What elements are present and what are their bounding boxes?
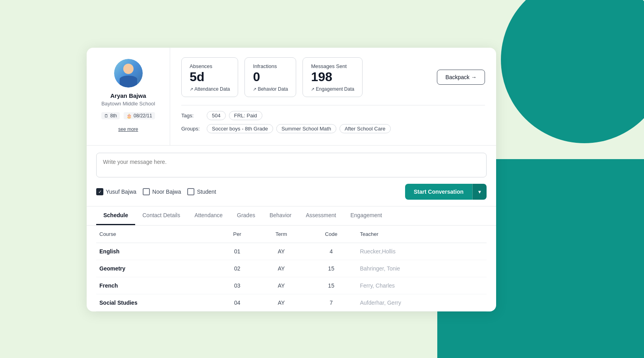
start-conversation-button[interactable]: Start Conversation (405, 184, 472, 200)
tab-schedule[interactable]: Schedule (96, 206, 135, 225)
col-header-teacher: Teacher (357, 226, 487, 243)
tags-groups-section: Tags: 504 FRL: Paid Groups: Soccer boys … (181, 105, 485, 133)
absences-arrow-icon: ↗ (190, 87, 193, 92)
recipient-noor[interactable]: Noor Bajwa (143, 188, 181, 195)
infractions-link[interactable]: ↗ Behavior Data (253, 86, 288, 92)
infractions-card: Infractions 0 ↗ Behavior Data (244, 57, 296, 97)
dob-value: 08/22/11 (134, 113, 152, 119)
backpack-button[interactable]: Backpack → (437, 70, 485, 85)
absences-label: Absences (190, 63, 230, 69)
table-header: Course Per Term Code Teacher (96, 226, 487, 243)
teacher-french: Ferry, Charles (357, 277, 487, 294)
term-french: AY (257, 277, 306, 294)
tab-assessment[interactable]: Assessment (299, 206, 343, 225)
school-name: Baytown Middle School (101, 101, 155, 107)
tab-behavior[interactable]: Behavior (262, 206, 299, 225)
table-row: Social Studies 04 AY 7 Aufderhar, Gerry (96, 294, 487, 311)
groups-row: Groups: Soccer boys - 8th Grade Summer S… (181, 124, 485, 133)
course-french: French (96, 277, 217, 294)
grade-icon: 🗒 (104, 113, 109, 118)
messages-label: Messages Sent (311, 63, 354, 69)
infractions-label: Infractions (253, 63, 288, 69)
col-header-per: Per (217, 226, 257, 243)
grade-badge: 🗒 8th (101, 112, 120, 119)
see-more-button[interactable]: see more (118, 126, 138, 132)
dob-badge: 🎂 08/22/11 (124, 112, 155, 119)
table-row: English 01 AY 4 Ruecker,Hollis (96, 243, 487, 260)
teacher-english: Ruecker,Hollis (357, 243, 487, 260)
message-actions: ✓ Yusuf Bajwa Noor Bajwa Student Start C… (96, 184, 487, 200)
recipient-student-label: Student (197, 189, 216, 195)
table-row: French 03 AY 15 Ferry, Charles (96, 277, 487, 294)
dob-icon: 🎂 (126, 113, 132, 119)
per-french: 03 (217, 277, 257, 294)
main-card: Aryan Bajwa Baytown Middle School 🗒 8th … (87, 48, 496, 311)
table-body: English 01 AY 4 Ruecker,Hollis Geometry … (96, 243, 487, 311)
tab-engagement[interactable]: Engagement (343, 206, 389, 225)
grade-value: 8th (110, 113, 117, 119)
group-chip-summermath[interactable]: Summer School Math (276, 124, 336, 133)
checkbox-noor[interactable] (143, 188, 150, 195)
col-header-course: Course (96, 226, 217, 243)
infractions-value: 0 (253, 70, 288, 84)
schedule-table: Course Per Term Code Teacher English 01 … (96, 226, 487, 311)
checkbox-group: ✓ Yusuf Bajwa Noor Bajwa Student (96, 188, 405, 195)
code-social-studies: 7 (306, 294, 357, 311)
per-social-studies: 04 (217, 294, 257, 311)
col-header-code: Code (306, 226, 357, 243)
messages-link[interactable]: ↗ Engagement Data (311, 86, 354, 92)
avatar (114, 59, 143, 88)
tag-chip-504[interactable]: 504 (207, 111, 226, 120)
group-chip-afterschool[interactable]: After School Care (339, 124, 391, 133)
course-geometry: Geometry (96, 260, 217, 277)
teacher-social-studies: Aufderhar, Gerry (357, 294, 487, 311)
left-panel: Aryan Bajwa Baytown Middle School 🗒 8th … (87, 48, 170, 145)
code-geometry: 15 (306, 260, 357, 277)
term-english: AY (257, 243, 306, 260)
recipient-noor-label: Noor Bajwa (152, 189, 181, 195)
tags-row: Tags: 504 FRL: Paid (181, 111, 485, 120)
tabs-list: Schedule Contact Details Attendance Grad… (96, 206, 487, 225)
table-section: Course Per Term Code Teacher English 01 … (87, 226, 496, 311)
student-name: Aryan Bajwa (110, 92, 146, 99)
absences-link[interactable]: ↗ Attendance Data (190, 86, 230, 92)
infractions-arrow-icon: ↗ (253, 87, 256, 92)
course-english: English (96, 243, 217, 260)
messages-value: 198 (311, 70, 354, 84)
group-chip-soccer[interactable]: Soccer boys - 8th Grade (207, 124, 273, 133)
message-input[interactable] (96, 153, 487, 177)
term-social-studies: AY (257, 294, 306, 311)
bg-circle-decoration (501, 0, 644, 143)
tab-grades[interactable]: Grades (230, 206, 262, 225)
tabs-section: Schedule Contact Details Attendance Grad… (87, 206, 496, 226)
teacher-geometry: Bahringer, Tonie (357, 260, 487, 277)
per-geometry: 02 (217, 260, 257, 277)
groups-label: Groups: (181, 126, 204, 132)
recipient-yusuf-label: Yusuf Bajwa (106, 189, 136, 195)
messages-card: Messages Sent 198 ↗ Engagement Data (303, 57, 363, 97)
checkbox-yusuf[interactable]: ✓ (96, 188, 103, 195)
col-header-term: Term (257, 226, 306, 243)
table-row: Geometry 02 AY 15 Bahringer, Tonie (96, 260, 487, 277)
tag-chip-frl[interactable]: FRL: Paid (229, 111, 262, 120)
message-section: ✓ Yusuf Bajwa Noor Bajwa Student Start C… (87, 146, 496, 206)
messages-arrow-icon: ↗ (311, 87, 314, 92)
recipient-student[interactable]: Student (187, 188, 216, 195)
top-section: Aryan Bajwa Baytown Middle School 🗒 8th … (87, 48, 496, 146)
absences-value: 5d (190, 70, 230, 84)
right-panel: Absences 5d ↗ Attendance Data Infraction… (170, 48, 496, 145)
course-social-studies: Social Studies (96, 294, 217, 311)
recipient-yusuf[interactable]: ✓ Yusuf Bajwa (96, 188, 136, 195)
term-geometry: AY (257, 260, 306, 277)
absences-card: Absences 5d ↗ Attendance Data (181, 57, 238, 97)
stats-row: Absences 5d ↗ Attendance Data Infraction… (181, 57, 485, 97)
start-conversation-chevron[interactable]: ▾ (472, 184, 487, 200)
code-english: 4 (306, 243, 357, 260)
code-french: 15 (306, 277, 357, 294)
per-english: 01 (217, 243, 257, 260)
tab-contact-details[interactable]: Contact Details (135, 206, 187, 225)
avatar-image (114, 59, 143, 88)
student-meta: 🗒 8th 🎂 08/22/11 (101, 112, 155, 119)
tab-attendance[interactable]: Attendance (187, 206, 230, 225)
checkbox-student[interactable] (187, 188, 194, 195)
